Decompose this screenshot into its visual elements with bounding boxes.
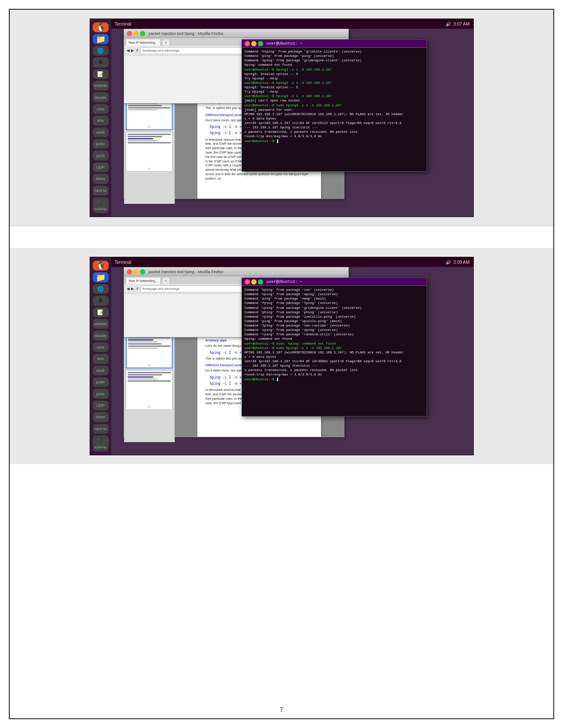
term-b-line-19: 1 packets transmitted, 1 packets receive… — [245, 368, 424, 372]
term-b-line-21: user@Ubuntu1:~$ ▌ — [245, 377, 424, 382]
ff-max-bottom[interactable] — [140, 269, 145, 274]
term-line-4: hping: command not found — [245, 63, 424, 67]
nect-icon[interactable]: nect to — [93, 186, 109, 195]
udp-icon[interactable]: UDP — [93, 162, 109, 172]
bottom-screenshot-panel: 🐧 📁 🌐 A 📝 uments nloads ures eos work pu… — [10, 248, 553, 464]
bottom-topbar: Terminal 🔊 3:09 AM — [111, 257, 473, 267]
dows-icon-b[interactable]: dows — [93, 412, 109, 422]
term-b-line-10: Command 'zping' from package 'zping' (un… — [245, 328, 424, 332]
ff-reload-bottom[interactable]: ↺ — [136, 287, 139, 291]
term-line-12: [main] can't open raw socket — [245, 98, 424, 103]
desktop-area-top: 641959-NetworkSecurity v3.docx - LibreOf… — [111, 29, 473, 217]
ff-close-bottom[interactable] — [127, 269, 132, 274]
term-b-line-8: Command 'ping' from package 'iputils-pin… — [245, 319, 424, 323]
udp-icon-b[interactable]: UDP — [93, 401, 109, 410]
puter-icon-b[interactable]: puter — [93, 377, 109, 387]
term-b-line-14: user@Ubuntu1:~$ sudo hping3 -c 1 -n 192.… — [245, 346, 424, 350]
uments-icon[interactable]: uments — [93, 81, 109, 90]
ubuntu-logo-icon[interactable]: 🐧 — [93, 23, 109, 32]
separator-1 — [10, 226, 553, 226]
ff-max-top[interactable] — [140, 31, 145, 36]
term-b-line-11: Command 'rping' from package 'rdnascm-ut… — [245, 332, 424, 337]
term-b-line-20: round-trip min/avg/max = 3.8/3.8/3.8 ms — [245, 372, 424, 377]
terminal-bottom-win[interactable]: user@Ubuntu1: ~ Command 'bping' from pac… — [242, 278, 427, 417]
term-line-6: hping3: Invalid option -- S — [245, 72, 424, 76]
ff-back-top[interactable]: ◀ — [127, 49, 129, 53]
uments-icon-b[interactable]: uments — [93, 319, 109, 329]
term-titlebar-bottom: user@Ubuntu1: ~ — [242, 278, 427, 286]
ures-icon[interactable]: ures — [93, 104, 109, 114]
term-line-8: user@Ubuntu1:~$ hping3 -c 1 -S 192.168.1… — [245, 81, 424, 85]
term-min-bottom[interactable] — [251, 279, 257, 285]
term-b-line-17: len=46 ip=192.168.1.107 ttl=64 DF id=390… — [245, 359, 424, 364]
writer-icon-b[interactable]: A — [93, 296, 109, 305]
ff-tab-1-bottom[interactable]: Raw IP Networking... — [126, 277, 161, 284]
ff-reload-top[interactable]: ↺ — [136, 49, 139, 53]
ff-url-text-bottom: homepage.smc.edu/morga — [143, 287, 179, 290]
term-line-9: hping3: Invalid option -- S — [245, 85, 424, 90]
page-number-text: 7 — [280, 706, 283, 713]
ff-titlebar-bottom: packet injection tool hping - Mozilla Fi… — [124, 267, 348, 276]
nloads-icon[interactable]: nloads — [93, 92, 109, 102]
term-line-5: user@Ubuntu1:~$ hping3 -c 1 -S 192.168.1… — [245, 68, 424, 72]
ff-min-top[interactable] — [133, 31, 139, 36]
nect-icon-b[interactable]: nect to — [93, 424, 109, 434]
browser-icon[interactable]: 🌐 — [93, 46, 109, 56]
work-icon[interactable]: work — [93, 128, 109, 137]
top-ubuntu-desktop: 🐧 📁 🌐 A 📝 uments nloads ures eos work pu… — [90, 19, 474, 217]
term-b-line-12: hping: command not found — [245, 337, 424, 341]
eos-icon-b[interactable]: eos — [93, 354, 109, 364]
ures-icon-b[interactable]: ures — [93, 342, 109, 352]
eos-icon[interactable]: eos — [93, 116, 109, 125]
terminal-bottom-icon[interactable]: ⬛ tcpdump — [93, 197, 109, 213]
term-line-10: Try hping3 --help — [245, 90, 424, 94]
work-icon-b[interactable]: work — [93, 366, 109, 375]
ff-fwd-top[interactable]: ▶ — [131, 49, 134, 53]
term-line-17: len=46 ip=192.168.1.107 ttl=64 DF id=251… — [245, 121, 424, 125]
files-icon-b[interactable]: 📁 — [93, 272, 109, 282]
term-b-line-3: Command 'ping' from package 'nmap' (main… — [245, 296, 424, 301]
terminal-bottom-icon-b[interactable]: ⬛ tcpdump — [93, 435, 109, 451]
term-b-line-5: Command 'cping' from package 'gridengine… — [245, 306, 424, 310]
term-line-2: Command 'ping' from package 'ping' (univ… — [245, 54, 424, 58]
term-b-line-15: HPING 192.168.1.107 (wlx003676229018 192… — [245, 350, 424, 355]
text-icon[interactable]: 📝 — [93, 69, 109, 79]
ff-min-bottom[interactable] — [133, 269, 139, 274]
ff-tab-x-bottom[interactable]: × — [162, 277, 170, 284]
ff-fwd-bottom[interactable]: ▶ — [131, 287, 134, 291]
term-max-bottom[interactable] — [258, 279, 263, 285]
jects-icon-b[interactable]: jects — [93, 389, 109, 398]
text-icon-b[interactable]: 📝 — [93, 308, 109, 317]
term-max-top[interactable] — [258, 41, 263, 46]
files-icon[interactable]: 📁 — [93, 34, 109, 44]
topbar-right-top: 🔊 3:07 AM — [446, 22, 470, 26]
term-line-16: s + 0 data bytes — [245, 116, 424, 121]
term-b-line-16: s + 0 data bytes — [245, 355, 424, 359]
topbar-right-bottom: 🔊 3:09 AM — [446, 260, 470, 265]
term-line-7: Try hping3 --help — [245, 76, 424, 81]
browser-icon-b[interactable]: 🌐 — [93, 284, 109, 294]
terminal-top[interactable]: user@Ubuntu1: ~ Command 'htping' from pa… — [242, 39, 427, 172]
nloads-icon-b[interactable]: nloads — [93, 330, 109, 340]
term-close-bottom[interactable] — [245, 279, 250, 285]
page-number: 7 — [10, 701, 553, 718]
ubuntu-sidebar-bottom: 🐧 📁 🌐 A 📝 uments nloads ures eos work pu… — [90, 257, 111, 455]
term-window-title-top: user@Ubuntu1: ~ — [267, 41, 302, 46]
ff-tab-x-top[interactable]: × — [162, 39, 170, 46]
ff-back-bottom[interactable]: ◀ — [127, 287, 129, 291]
ubuntu-logo-icon-b[interactable]: 🐧 — [93, 261, 109, 270]
ff-tab-1-top[interactable]: Raw IP Networking... — [126, 39, 161, 46]
dows-icon[interactable]: dows — [93, 174, 109, 184]
term-body-bottom: Command 'bping' from package 'ion' (univ… — [242, 286, 427, 383]
terminal-title-bottom: Terminal — [115, 260, 132, 265]
term-line-13: user@Ubuntu1:~$ sudo hping3 -c 1 -n 192.… — [245, 103, 424, 108]
bottom-ubuntu-desktop: 🐧 📁 🌐 A 📝 uments nloads ures eos work pu… — [90, 257, 474, 455]
term-min-top[interactable] — [251, 41, 257, 46]
puter-icon[interactable]: puter — [93, 139, 109, 149]
term-close-top[interactable] — [245, 41, 250, 46]
jects-icon[interactable]: jects — [93, 150, 109, 160]
ff-url-text-top: homepage.smc.edu/morga — [143, 49, 179, 52]
writer-icon[interactable]: A — [93, 57, 109, 67]
time-top: 3:07 AM — [453, 22, 470, 26]
ff-close-top[interactable] — [127, 31, 132, 36]
